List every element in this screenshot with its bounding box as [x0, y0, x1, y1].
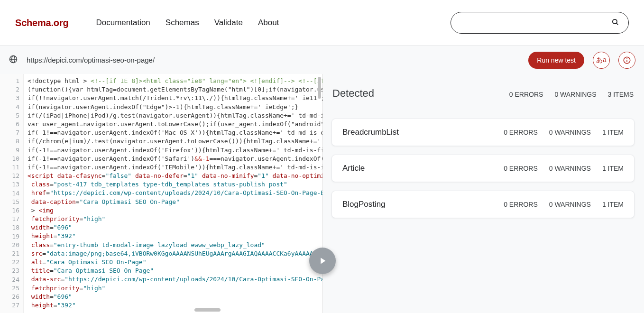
code-line: var user_agent=navigator.userAgent.toLow…	[28, 120, 322, 129]
results-panel: Detected 0 ERRORS 0 WARNINGS 3 ITEMS Bre…	[323, 74, 644, 313]
info-icon	[623, 56, 631, 64]
code-line: (function(){var htmlTag=document.getElem…	[28, 85, 322, 94]
code-line: width="696"	[28, 223, 322, 232]
code-line: class="entry-thumb td-modal-image lazylo…	[28, 241, 322, 249]
url-bar: https://depici.com/optimasi-seo-on-page/…	[0, 46, 644, 74]
code-line: if(navigator.userAgent.indexOf("Edge")>-…	[28, 103, 322, 111]
code-panel: 1234567891011121314151617181920212223242…	[0, 74, 323, 313]
code-content[interactable]: <!doctype html > <!--[if IE 8]><html cla…	[24, 74, 322, 313]
summary-items: 3 ITEMS	[608, 91, 634, 98]
detected-title: Detected	[332, 87, 374, 100]
play-fab[interactable]	[309, 248, 336, 274]
code-line: height="392"	[28, 301, 322, 310]
code-line: alt="Cara Optimasi SEO On-Page"	[28, 258, 322, 267]
code-line: href="https://depici.com/wp-content/uplo…	[28, 189, 322, 197]
detected-header: Detected 0 ERRORS 0 WARNINGS 3 ITEMS	[331, 87, 635, 119]
language-toggle-button[interactable]: あa	[593, 52, 610, 69]
result-card[interactable]: BlogPosting0 ERRORS0 WARNINGS1 ITEM	[331, 191, 635, 218]
result-card[interactable]: BreadcrumbList0 ERRORS0 WARNINGS1 ITEM	[331, 119, 635, 146]
svg-point-7	[626, 58, 627, 59]
code-line: data-caption="Cara Optimasi SEO On-Page"	[28, 198, 322, 206]
code-line: width="696"	[28, 293, 322, 301]
play-icon	[317, 256, 328, 266]
result-name: Article	[342, 164, 365, 173]
summary-errors: 0 ERRORS	[509, 91, 543, 98]
nav-about[interactable]: About	[258, 18, 279, 28]
nav-validate[interactable]: Validate	[214, 18, 243, 28]
search-input[interactable]	[451, 12, 629, 34]
info-button[interactable]	[618, 52, 635, 69]
svg-line-1	[616, 23, 618, 25]
code-line: <script data-cfasync="false" data-no-def…	[28, 172, 322, 180]
code-line: if(/chrom(e|ium)/.test(navigator.userAge…	[28, 137, 322, 146]
result-errors: 0 ERRORS	[504, 201, 538, 208]
code-gutter: 1234567891011121314151617181920212223242…	[0, 74, 24, 313]
code-hscroll-thumb[interactable]	[194, 308, 221, 312]
code-line: if(!!navigator.userAgent.match(/Trident.…	[28, 94, 322, 102]
result-stats: 0 ERRORS0 WARNINGS1 ITEM	[504, 201, 624, 208]
code-line: src="data:image/png;base64,iVBORw0KGgoAA…	[28, 249, 322, 258]
nav: Documentation Schemas Validate About	[96, 18, 279, 28]
header-left: Schema.org Documentation Schemas Validat…	[15, 18, 279, 28]
run-new-test-button[interactable]: Run new test	[528, 52, 584, 69]
result-warnings: 0 WARNINGS	[549, 165, 591, 172]
code-line: data-src="https://depici.com/wp-content/…	[28, 275, 322, 284]
code-line: if(-1!==navigator.userAgent.indexOf('IEM…	[28, 163, 322, 172]
result-items: 1 ITEM	[602, 129, 624, 136]
tested-url: https://depici.com/optimasi-seo-on-page/	[27, 56, 520, 64]
result-name: BlogPosting	[342, 200, 386, 209]
result-items: 1 ITEM	[602, 165, 624, 172]
svg-point-0	[613, 19, 617, 24]
result-stats: 0 ERRORS0 WARNINGS1 ITEM	[504, 165, 624, 172]
nav-documentation[interactable]: Documentation	[96, 18, 150, 28]
result-items: 1 ITEM	[602, 201, 624, 208]
code-line: title="Cara Optimasi SEO On-Page"	[28, 267, 322, 275]
code-line: fetchpriority="high"	[28, 215, 322, 223]
code-vscroll-thumb[interactable]	[318, 77, 321, 99]
detected-summary: 0 ERRORS 0 WARNINGS 3 ITEMS	[509, 91, 634, 98]
result-card[interactable]: Article0 ERRORS0 WARNINGS1 ITEM	[331, 155, 635, 182]
code-line: if(-1!==navigator.userAgent.indexOf('Saf…	[28, 155, 322, 163]
code-line: fetchpriority="high"	[28, 284, 322, 293]
code-line: class="post-417 tdb_templates type-tdb_t…	[28, 180, 322, 189]
code-line: if(-1!==navigator.userAgent.indexOf('Fir…	[28, 146, 322, 155]
summary-warnings: 0 WARNINGS	[554, 91, 596, 98]
language-icon: あa	[596, 56, 607, 64]
globe-icon	[9, 55, 18, 65]
result-warnings: 0 WARNINGS	[549, 129, 591, 136]
result-errors: 0 ERRORS	[504, 129, 538, 136]
logo[interactable]: Schema.org	[15, 18, 68, 28]
result-name: BreadcrumbList	[342, 128, 399, 137]
result-stats: 0 ERRORS0 WARNINGS1 ITEM	[504, 129, 624, 136]
header: Schema.org Documentation Schemas Validat…	[0, 0, 644, 46]
search-wrap	[451, 12, 629, 34]
code-line: if(-1!==navigator.userAgent.indexOf('Mac…	[28, 129, 322, 137]
main: 1234567891011121314151617181920212223242…	[0, 74, 644, 313]
code-line: <!doctype html > <!--[if IE 8]><html cla…	[28, 77, 322, 85]
code-line: height="392"	[28, 232, 322, 240]
search-icon[interactable]	[611, 18, 619, 28]
result-warnings: 0 WARNINGS	[549, 201, 591, 208]
result-errors: 0 ERRORS	[504, 165, 538, 172]
nav-schemas[interactable]: Schemas	[166, 18, 199, 28]
code-line: if(/(iPad|iPhone|iPod)/g.test(navigator.…	[28, 111, 322, 120]
code-line: > <img	[28, 206, 322, 215]
